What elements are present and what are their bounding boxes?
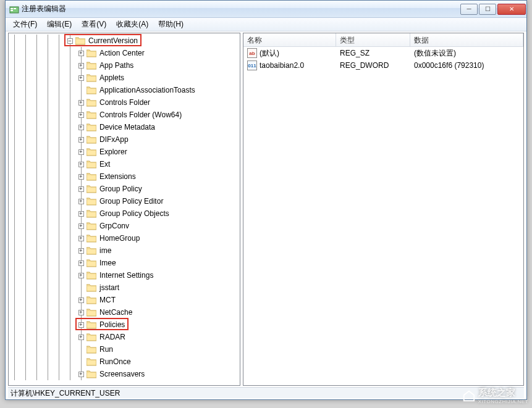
tree-item[interactable]: +Ext	[9, 158, 240, 170]
folder-icon	[87, 135, 96, 144]
expand-icon[interactable]: +	[78, 310, 84, 315]
list-header: 名称 类型 数据	[243, 33, 523, 47]
tree-item[interactable]: +App Paths	[9, 59, 240, 72]
menu-help[interactable]: 帮助(H)	[153, 18, 188, 31]
minimize-button[interactable]: ─	[460, 4, 478, 15]
expand-icon[interactable]: +	[78, 162, 84, 167]
tree-item[interactable]: +DIFxApp	[9, 133, 240, 146]
tree-item[interactable]: +ime	[9, 244, 240, 257]
expand-icon[interactable]: +	[78, 211, 84, 217]
tree-item[interactable]: +Controls Folder	[9, 96, 240, 109]
expand-icon[interactable]: +	[78, 63, 84, 69]
expand-icon[interactable]: +	[78, 100, 84, 106]
tree-item[interactable]: +Device Metadata	[9, 121, 240, 133]
close-button[interactable]: ✕	[497, 4, 526, 15]
folder-icon	[87, 357, 96, 366]
svg-rect-1	[11, 8, 13, 9]
tree-item[interactable]: +Controls Folder (Wow64)	[9, 109, 240, 121]
value-row[interactable]: 011taobaibian2.0REG_DWORD0x000c16f6 (792…	[243, 59, 523, 72]
tree-label: HomeGroup	[98, 234, 141, 243]
tree-item[interactable]: +MCT	[9, 294, 240, 306]
tree-item[interactable]: Run	[9, 343, 240, 356]
tree-label: DIFxApp	[98, 135, 130, 144]
expand-icon[interactable]: +	[78, 223, 84, 229]
tree-label: Extensions	[98, 172, 137, 181]
col-header-name[interactable]: 名称	[243, 33, 336, 46]
tree-item[interactable]: +Applets	[9, 72, 240, 84]
tree-label: ime	[98, 246, 112, 255]
tree-item[interactable]: +Extensions	[9, 170, 240, 183]
expand-icon[interactable]: +	[78, 75, 84, 81]
folder-icon	[87, 308, 96, 317]
body-area: −CurrentVersion+Action Center+App Paths+…	[8, 33, 524, 386]
col-header-type[interactable]: 类型	[336, 33, 410, 46]
tree-root: −CurrentVersion+Action Center+App Paths+…	[9, 35, 240, 380]
list-body: ab(默认)REG_SZ(数值未设置)011taobaibian2.0REG_D…	[243, 47, 523, 72]
tree-item[interactable]: +HomeGroup	[9, 232, 240, 244]
tree-item[interactable]: +Imee	[9, 257, 240, 269]
expand-icon[interactable]: +	[78, 260, 84, 266]
folder-icon	[87, 197, 96, 206]
tree-item[interactable]: +Internet Settings	[9, 269, 240, 281]
collapse-icon[interactable]: −	[67, 38, 73, 44]
menu-favorites[interactable]: 收藏夹(A)	[111, 18, 153, 31]
expand-icon[interactable]: +	[78, 186, 84, 192]
value-type: REG_DWORD	[336, 60, 410, 71]
tree-label: NetCache	[98, 308, 133, 317]
expand-icon[interactable]: +	[78, 149, 84, 155]
folder-icon	[87, 86, 96, 94]
tree-item[interactable]: +Group Policy	[9, 183, 240, 195]
registry-tree-panel[interactable]: −CurrentVersion+Action Center+App Paths+…	[8, 33, 240, 386]
tree-item[interactable]: +GrpConv	[9, 220, 240, 232]
menu-file[interactable]: 文件(F)	[8, 18, 42, 31]
expand-icon[interactable]: +	[78, 174, 84, 180]
tree-item[interactable]: +Screensavers	[9, 368, 240, 380]
expand-icon[interactable]: +	[78, 322, 84, 328]
folder-icon	[87, 234, 96, 243]
tree-item[interactable]: +Group Policy Editor	[9, 195, 240, 207]
expand-icon[interactable]: +	[78, 273, 84, 278]
tree-item[interactable]: ApplicationAssociationToasts	[9, 84, 240, 96]
tree-item[interactable]: +Explorer	[9, 146, 240, 158]
tree-label: Explorer	[98, 148, 129, 156]
folder-icon	[87, 296, 96, 304]
registry-editor-window: 注册表编辑器 ─ ☐ ✕ 文件(F) 编辑(E) 查看(V) 收藏夹(A) 帮助…	[5, 0, 527, 400]
folder-icon	[87, 49, 96, 57]
tree-item[interactable]: +NetCache	[9, 306, 240, 318]
menu-view[interactable]: 查看(V)	[77, 18, 111, 31]
expand-icon[interactable]: +	[78, 112, 84, 118]
tree-item[interactable]: RunOnce	[9, 356, 240, 368]
tree-item-currentversion[interactable]: −CurrentVersion	[9, 35, 240, 47]
title-bar[interactable]: 注册表编辑器 ─ ☐ ✕	[6, 1, 526, 18]
expand-icon[interactable]: +	[78, 51, 84, 56]
folder-icon	[87, 123, 96, 131]
tree-item[interactable]: +RADAR	[9, 331, 240, 343]
tree-label: Policies	[98, 320, 126, 329]
tree-item[interactable]: +Policies	[9, 318, 240, 331]
expand-icon[interactable]: +	[78, 372, 84, 377]
values-list-panel[interactable]: 名称 类型 数据 ab(默认)REG_SZ(数值未设置)011taobaibia…	[243, 33, 524, 386]
expand-icon[interactable]: +	[78, 199, 84, 204]
value-row[interactable]: ab(默认)REG_SZ(数值未设置)	[243, 47, 523, 59]
expand-icon[interactable]: +	[78, 298, 84, 303]
tree-label: Action Center	[98, 49, 146, 57]
menu-edit[interactable]: 编辑(E)	[42, 18, 77, 31]
tree-label: Group Policy	[98, 185, 143, 193]
value-type-icon: ab	[247, 48, 257, 58]
expand-icon[interactable]: +	[78, 125, 84, 130]
tree-label: ApplicationAssociationToasts	[98, 86, 196, 94]
expand-icon[interactable]: +	[78, 137, 84, 143]
tree-item[interactable]: +Action Center	[9, 47, 240, 59]
folder-icon	[87, 98, 96, 107]
expand-icon[interactable]: +	[78, 335, 84, 340]
folder-icon	[87, 271, 96, 280]
maximize-button[interactable]: ☐	[479, 4, 496, 15]
folder-icon	[87, 259, 96, 267]
col-header-data[interactable]: 数据	[410, 33, 523, 46]
expand-icon[interactable]: +	[78, 236, 84, 241]
folder-icon	[87, 222, 96, 230]
expand-icon[interactable]: +	[78, 248, 84, 254]
tree-item[interactable]: jsstart	[9, 281, 240, 294]
tree-label: jsstart	[98, 283, 120, 292]
tree-item[interactable]: +Group Policy Objects	[9, 207, 240, 220]
